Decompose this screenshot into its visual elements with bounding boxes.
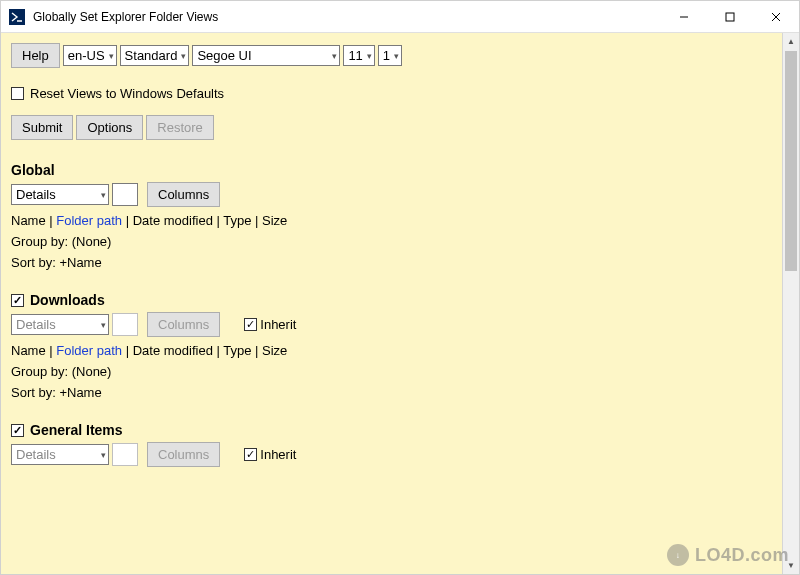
chevron-down-icon: ▾ — [394, 51, 399, 61]
chevron-down-icon: ▾ — [109, 51, 114, 61]
downloads-view-value: Details — [16, 317, 56, 332]
downloads-view-select[interactable]: Details ▾ — [11, 314, 109, 335]
downloads-controls: Details ▾ Columns ✓ Inherit — [11, 312, 772, 337]
actions-row: Submit Options Restore — [11, 115, 772, 140]
global-columns-button[interactable]: Columns — [147, 182, 220, 207]
svg-rect-2 — [726, 13, 734, 21]
global-sort-by: Sort by: +Name — [11, 255, 772, 270]
col-type: Type — [223, 343, 251, 358]
app-icon — [9, 9, 25, 25]
downloads-inherit-label: Inherit — [260, 317, 296, 332]
scrollbar-down-arrow-icon[interactable]: ▼ — [783, 557, 799, 574]
main-content: Help en-US ▾ Standard ▾ Segoe UI ▾ 11 ▾ … — [1, 33, 782, 574]
global-aux-box[interactable] — [112, 183, 138, 206]
col-size: Size — [262, 343, 287, 358]
scale-select[interactable]: 1 ▾ — [378, 45, 402, 66]
minimize-button[interactable] — [661, 1, 707, 33]
global-view-value: Details — [16, 187, 56, 202]
general-items-columns-button[interactable]: Columns — [147, 442, 220, 467]
chevron-down-icon: ▾ — [101, 450, 106, 460]
general-items-heading: ✓ General Items — [11, 422, 772, 438]
toolbar-row: Help en-US ▾ Standard ▾ Segoe UI ▾ 11 ▾ … — [11, 43, 772, 68]
general-items-controls: Details ▾ Columns ✓ Inherit — [11, 442, 772, 467]
options-button[interactable]: Options — [76, 115, 143, 140]
reset-checkbox[interactable] — [11, 87, 24, 100]
general-items-aux-box[interactable] — [112, 443, 138, 466]
chevron-down-icon: ▾ — [367, 51, 372, 61]
global-columns-line: Name | Folder path | Date modified | Typ… — [11, 213, 772, 228]
maximize-button[interactable] — [707, 1, 753, 33]
theme-select[interactable]: Standard ▾ — [120, 45, 190, 66]
submit-button[interactable]: Submit — [11, 115, 73, 140]
global-view-select[interactable]: Details ▾ — [11, 184, 109, 205]
help-button[interactable]: Help — [11, 43, 60, 68]
downloads-checkbox[interactable]: ✓ — [11, 294, 24, 307]
window-title: Globally Set Explorer Folder Views — [33, 10, 218, 24]
general-items-title: General Items — [30, 422, 123, 438]
downloads-group-by: Group by: (None) — [11, 364, 772, 379]
locale-value: en-US — [68, 48, 105, 63]
reset-row: Reset Views to Windows Defaults — [11, 86, 772, 101]
col-size: Size — [262, 213, 287, 228]
col-type: Type — [223, 213, 251, 228]
font-select[interactable]: Segoe UI ▾ — [192, 45, 340, 66]
general-items-view-value: Details — [16, 447, 56, 462]
window-titlebar: Globally Set Explorer Folder Views — [1, 1, 799, 33]
vertical-scrollbar[interactable]: ▲ ▼ — [782, 33, 799, 574]
scrollbar-up-arrow-icon[interactable]: ▲ — [783, 33, 799, 50]
chevron-down-icon: ▾ — [101, 190, 106, 200]
global-heading: Global — [11, 162, 772, 178]
reset-label: Reset Views to Windows Defaults — [30, 86, 224, 101]
close-button[interactable] — [753, 1, 799, 33]
chevron-down-icon: ▾ — [181, 51, 186, 61]
general-items-inherit-label: Inherit — [260, 447, 296, 462]
theme-value: Standard — [125, 48, 178, 63]
general-items-inherit-checkbox[interactable]: ✓ — [244, 448, 257, 461]
font-size-value: 11 — [348, 48, 362, 63]
chevron-down-icon: ▾ — [101, 320, 106, 330]
locale-select[interactable]: en-US ▾ — [63, 45, 117, 66]
downloads-columns-button[interactable]: Columns — [147, 312, 220, 337]
scale-value: 1 — [383, 48, 390, 63]
downloads-columns-line: Name | Folder path | Date modified | Typ… — [11, 343, 772, 358]
global-controls: Details ▾ Columns — [11, 182, 772, 207]
general-items-checkbox[interactable]: ✓ — [11, 424, 24, 437]
downloads-title: Downloads — [30, 292, 105, 308]
font-size-select[interactable]: 11 ▾ — [343, 45, 374, 66]
col-date-modified: Date modified — [133, 343, 213, 358]
col-date-modified: Date modified — [133, 213, 213, 228]
global-group-by: Group by: (None) — [11, 234, 772, 249]
scrollbar-thumb[interactable] — [785, 51, 797, 271]
col-folder-path[interactable]: Folder path — [56, 343, 122, 358]
general-items-view-select[interactable]: Details ▾ — [11, 444, 109, 465]
col-folder-path[interactable]: Folder path — [56, 213, 122, 228]
downloads-aux-box[interactable] — [112, 313, 138, 336]
chevron-down-icon: ▾ — [332, 51, 337, 61]
font-value: Segoe UI — [197, 48, 251, 63]
downloads-sort-by: Sort by: +Name — [11, 385, 772, 400]
col-name: Name — [11, 343, 46, 358]
downloads-inherit-checkbox[interactable]: ✓ — [244, 318, 257, 331]
col-name: Name — [11, 213, 46, 228]
downloads-heading: ✓ Downloads — [11, 292, 772, 308]
restore-button[interactable]: Restore — [146, 115, 214, 140]
global-title: Global — [11, 162, 55, 178]
